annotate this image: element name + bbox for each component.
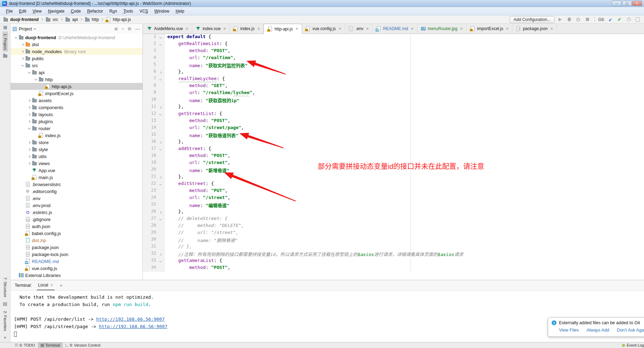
- tree-item-dist[interactable]: dist: [10, 41, 142, 48]
- close-tab-icon[interactable]: ✕: [257, 27, 260, 31]
- menu-refactor[interactable]: Refactor: [84, 8, 106, 15]
- tree-item-views[interactable]: views: [10, 160, 142, 167]
- git-update-icon[interactable]: ↙: [607, 16, 614, 23]
- history-clock-icon[interactable]: [625, 16, 632, 23]
- tree-item-http-api.js[interactable]: JShttp-api.js: [10, 83, 142, 90]
- tree-item-.gitignore[interactable]: .gitignore: [10, 216, 142, 223]
- notification-link-view-files[interactable]: View Files: [559, 328, 579, 333]
- fold-expand-icon[interactable]: [156, 34, 164, 41]
- debug-icon[interactable]: [566, 16, 573, 23]
- breadcrumb-http[interactable]: http: [84, 17, 99, 22]
- code-line-6[interactable]: 6 },: [143, 69, 644, 76]
- editor-tab-index.js[interactable]: JSindex.js✕: [230, 24, 264, 34]
- coverage-icon[interactable]: [575, 16, 582, 23]
- code-line-25[interactable]: 25 name: "编辑巷道": [143, 202, 644, 209]
- code-line-21[interactable]: 21 },: [143, 174, 644, 181]
- fold-expand-icon[interactable]: [156, 146, 164, 153]
- tree-item-duoji-frontend[interactable]: duoji-frontendD:\zheheWeb\duoji-frontend: [10, 34, 142, 41]
- menu-tools[interactable]: Tools: [120, 8, 136, 15]
- close-tab-icon[interactable]: ✕: [411, 27, 414, 31]
- close-tab-icon[interactable]: ✕: [366, 27, 369, 31]
- chevron-right-icon[interactable]: [27, 107, 31, 108]
- editor-tab-importExcel.js[interactable]: JSimportExcel.js✕: [467, 24, 512, 34]
- tree-item-.editorconfig[interactable]: ⚙.editorconfig: [10, 188, 142, 195]
- menu-code[interactable]: Code: [68, 8, 84, 15]
- close-icon[interactable]: ✕: [50, 283, 53, 287]
- chevron-right-icon[interactable]: [27, 121, 31, 122]
- chevron-down-icon[interactable]: [27, 72, 31, 73]
- new-terminal-plus-icon[interactable]: +: [59, 283, 62, 288]
- menu-navigate[interactable]: Navigate: [45, 8, 68, 15]
- code-line-33[interactable]: 33 getCameraList: {: [143, 258, 644, 265]
- code-line-24[interactable]: 24 url: "/street",: [143, 195, 644, 202]
- editor-tab-package.json[interactable]: package.json✕: [512, 24, 557, 34]
- stripe-tab-favorites[interactable]: 2: Favorites: [2, 309, 8, 333]
- tree-item-router[interactable]: router: [10, 125, 142, 132]
- close-tab-icon[interactable]: ✕: [186, 27, 189, 31]
- statusbar-9-version-control[interactable]: 9: Version Control: [63, 342, 103, 348]
- code-line-32[interactable]: 32 //注释：所有用到删除的接口都需要拼接变量id，所以请求方式采用了挂载在原…: [143, 251, 644, 258]
- tree-item-auth.json[interactable]: auth.json: [10, 223, 142, 230]
- code-line-16[interactable]: 16 },: [143, 139, 644, 146]
- close-tab-icon[interactable]: ✕: [295, 27, 298, 31]
- menu-run[interactable]: Run: [106, 8, 120, 15]
- statusbar-6-todo[interactable]: 6: TODO: [12, 342, 38, 348]
- project-panel-title[interactable]: Project: [19, 27, 32, 31]
- menu-help[interactable]: Help: [173, 8, 188, 15]
- code-line-29[interactable]: 29 // url: "/street",: [143, 230, 644, 237]
- event-log-label[interactable]: Event Log: [626, 343, 644, 347]
- breadcrumb-duoji-frontend[interactable]: duoji-frontend: [3, 17, 38, 22]
- stop-icon[interactable]: [584, 16, 591, 23]
- panel-settings-gear-icon[interactable]: ⚙: [127, 26, 132, 31]
- code-line-30[interactable]: 30 // name: "删除巷道": [143, 237, 644, 244]
- code-line-26[interactable]: 26 },: [143, 209, 644, 216]
- stripe-tab-project[interactable]: 1: Project: [2, 31, 8, 52]
- chevron-down-icon[interactable]: [20, 65, 25, 66]
- search-everywhere-icon[interactable]: [634, 16, 641, 23]
- chevron-right-icon[interactable]: [20, 51, 25, 52]
- breadcrumb-http-api.js[interactable]: JShttp-api.js: [105, 17, 131, 22]
- fold-collapse-icon[interactable]: [156, 251, 164, 258]
- code-line-3[interactable]: 3 method: "POST",: [143, 48, 644, 55]
- close-tab-icon[interactable]: ✕: [338, 27, 341, 31]
- tree-item-.env.prod[interactable]: .env.prod: [10, 202, 142, 209]
- notification-link-always-add[interactable]: Always Add: [587, 328, 609, 333]
- code-line-34[interactable]: 34 method: "POST",: [143, 265, 644, 272]
- code-line-4[interactable]: 4 url: "/realTime",: [143, 55, 644, 62]
- chevron-down-icon[interactable]: [33, 79, 38, 80]
- code-line-12[interactable]: 12 getStreetList: {: [143, 111, 644, 118]
- code-line-9[interactable]: 9 url: "/realTime/lychee",: [143, 90, 644, 97]
- tree-item-.env[interactable]: .env: [10, 195, 142, 202]
- tree-item-dist.zip[interactable]: dist.zip: [10, 237, 142, 244]
- code-line-13[interactable]: 13 method: "POST",: [143, 118, 644, 125]
- code-line-7[interactable]: 7 realTimeLychee: {: [143, 76, 644, 83]
- code-line-5[interactable]: 5 name: "获取实时监控列表": [143, 62, 644, 69]
- menu-view[interactable]: View: [29, 8, 45, 15]
- close-tab-icon[interactable]: ✕: [550, 27, 553, 31]
- fold-collapse-icon[interactable]: [156, 69, 164, 76]
- git-commit-icon[interactable]: ✔: [616, 16, 623, 23]
- chevron-down-icon[interactable]: [13, 37, 18, 38]
- menu-vcs[interactable]: VCS: [136, 8, 151, 15]
- breadcrumb-api[interactable]: api: [65, 17, 78, 22]
- code-line-8[interactable]: 8 method: "GET",: [143, 83, 644, 90]
- chevron-right-icon[interactable]: [20, 44, 25, 45]
- tree-item-package-lock.json[interactable]: package-lock.json: [10, 251, 142, 258]
- terminal-link[interactable]: http://192.168.66.56:9007: [99, 324, 168, 329]
- run-icon[interactable]: [556, 16, 564, 23]
- tree-item-utils[interactable]: utils: [10, 153, 142, 160]
- fold-expand-icon[interactable]: [156, 181, 164, 188]
- tree-item-api[interactable]: api: [10, 69, 142, 76]
- chevron-right-icon[interactable]: [27, 142, 31, 143]
- fold-collapse-icon[interactable]: [156, 174, 164, 181]
- terminal-tab-local[interactable]: Local✕: [37, 280, 55, 290]
- code-line-23[interactable]: 23 method: "PUT",: [143, 188, 644, 195]
- fold-expand-icon[interactable]: [156, 258, 164, 265]
- chevron-right-icon[interactable]: [27, 100, 31, 101]
- chevron-down-icon[interactable]: [27, 128, 31, 129]
- code-line-15[interactable]: 15 name: "获取巷道列表": [143, 132, 644, 139]
- code-line-18[interactable]: 18 method: "POST",: [143, 153, 644, 160]
- tree-item-assets[interactable]: assets: [10, 97, 142, 104]
- code-editor[interactable]: 1export default {2 getRealTimeList: {3 m…: [143, 34, 644, 272]
- chevron-right-icon[interactable]: [20, 58, 25, 59]
